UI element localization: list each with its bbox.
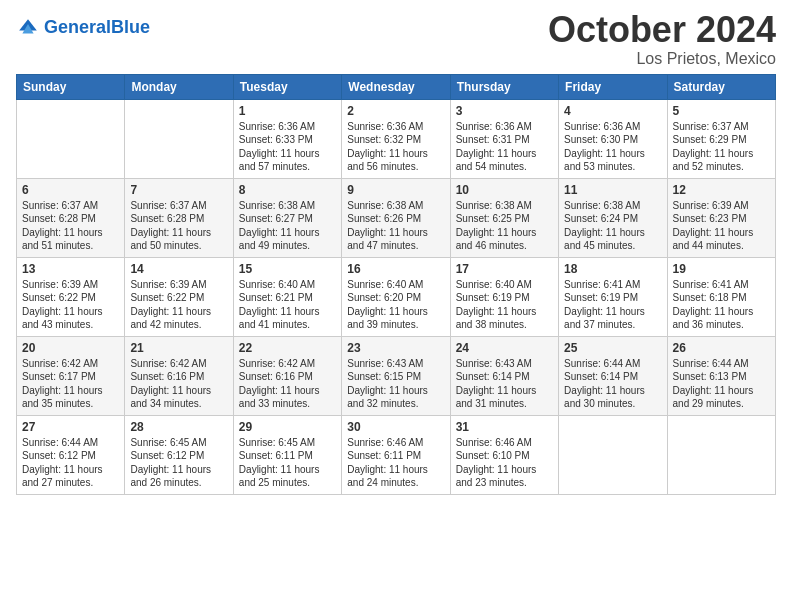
weekday-header-row: SundayMondayTuesdayWednesdayThursdayFrid… xyxy=(17,74,776,99)
day-info: Sunrise: 6:39 AMSunset: 6:22 PMDaylight:… xyxy=(22,278,119,332)
day-number: 18 xyxy=(564,262,661,276)
day-info: Sunrise: 6:45 AMSunset: 6:11 PMDaylight:… xyxy=(239,436,336,490)
calendar-cell: 25Sunrise: 6:44 AMSunset: 6:14 PMDayligh… xyxy=(559,336,667,415)
day-info: Sunrise: 6:44 AMSunset: 6:14 PMDaylight:… xyxy=(564,357,661,411)
calendar-cell: 13Sunrise: 6:39 AMSunset: 6:22 PMDayligh… xyxy=(17,257,125,336)
day-info: Sunrise: 6:41 AMSunset: 6:18 PMDaylight:… xyxy=(673,278,770,332)
day-info: Sunrise: 6:44 AMSunset: 6:13 PMDaylight:… xyxy=(673,357,770,411)
day-info: Sunrise: 6:42 AMSunset: 6:16 PMDaylight:… xyxy=(130,357,227,411)
calendar-cell: 17Sunrise: 6:40 AMSunset: 6:19 PMDayligh… xyxy=(450,257,558,336)
calendar-cell: 24Sunrise: 6:43 AMSunset: 6:14 PMDayligh… xyxy=(450,336,558,415)
day-number: 11 xyxy=(564,183,661,197)
day-info: Sunrise: 6:42 AMSunset: 6:16 PMDaylight:… xyxy=(239,357,336,411)
calendar-cell: 22Sunrise: 6:42 AMSunset: 6:16 PMDayligh… xyxy=(233,336,341,415)
week-row-2: 6Sunrise: 6:37 AMSunset: 6:28 PMDaylight… xyxy=(17,178,776,257)
calendar-cell: 4Sunrise: 6:36 AMSunset: 6:30 PMDaylight… xyxy=(559,99,667,178)
calendar-cell: 2Sunrise: 6:36 AMSunset: 6:32 PMDaylight… xyxy=(342,99,450,178)
day-info: Sunrise: 6:41 AMSunset: 6:19 PMDaylight:… xyxy=(564,278,661,332)
day-info: Sunrise: 6:40 AMSunset: 6:20 PMDaylight:… xyxy=(347,278,444,332)
weekday-header-thursday: Thursday xyxy=(450,74,558,99)
day-number: 30 xyxy=(347,420,444,434)
day-number: 17 xyxy=(456,262,553,276)
calendar-cell: 11Sunrise: 6:38 AMSunset: 6:24 PMDayligh… xyxy=(559,178,667,257)
day-number: 19 xyxy=(673,262,770,276)
weekday-header-sunday: Sunday xyxy=(17,74,125,99)
day-number: 6 xyxy=(22,183,119,197)
day-number: 2 xyxy=(347,104,444,118)
day-number: 16 xyxy=(347,262,444,276)
calendar-cell: 10Sunrise: 6:38 AMSunset: 6:25 PMDayligh… xyxy=(450,178,558,257)
week-row-3: 13Sunrise: 6:39 AMSunset: 6:22 PMDayligh… xyxy=(17,257,776,336)
day-number: 24 xyxy=(456,341,553,355)
header: GeneralBlue October 2024 Los Prietos, Me… xyxy=(16,10,776,68)
day-number: 20 xyxy=(22,341,119,355)
day-number: 22 xyxy=(239,341,336,355)
day-number: 12 xyxy=(673,183,770,197)
day-number: 7 xyxy=(130,183,227,197)
calendar-cell: 27Sunrise: 6:44 AMSunset: 6:12 PMDayligh… xyxy=(17,415,125,494)
calendar-cell: 19Sunrise: 6:41 AMSunset: 6:18 PMDayligh… xyxy=(667,257,775,336)
weekday-header-saturday: Saturday xyxy=(667,74,775,99)
day-info: Sunrise: 6:39 AMSunset: 6:22 PMDaylight:… xyxy=(130,278,227,332)
day-number: 29 xyxy=(239,420,336,434)
month-title: October 2024 xyxy=(548,10,776,50)
day-number: 8 xyxy=(239,183,336,197)
day-info: Sunrise: 6:39 AMSunset: 6:23 PMDaylight:… xyxy=(673,199,770,253)
weekday-header-friday: Friday xyxy=(559,74,667,99)
calendar-cell: 28Sunrise: 6:45 AMSunset: 6:12 PMDayligh… xyxy=(125,415,233,494)
calendar-cell: 5Sunrise: 6:37 AMSunset: 6:29 PMDaylight… xyxy=(667,99,775,178)
weekday-header-tuesday: Tuesday xyxy=(233,74,341,99)
day-number: 15 xyxy=(239,262,336,276)
day-info: Sunrise: 6:37 AMSunset: 6:28 PMDaylight:… xyxy=(22,199,119,253)
calendar-cell: 29Sunrise: 6:45 AMSunset: 6:11 PMDayligh… xyxy=(233,415,341,494)
day-info: Sunrise: 6:45 AMSunset: 6:12 PMDaylight:… xyxy=(130,436,227,490)
day-info: Sunrise: 6:38 AMSunset: 6:24 PMDaylight:… xyxy=(564,199,661,253)
day-info: Sunrise: 6:43 AMSunset: 6:15 PMDaylight:… xyxy=(347,357,444,411)
day-number: 31 xyxy=(456,420,553,434)
day-number: 5 xyxy=(673,104,770,118)
calendar-cell: 14Sunrise: 6:39 AMSunset: 6:22 PMDayligh… xyxy=(125,257,233,336)
calendar-cell: 16Sunrise: 6:40 AMSunset: 6:20 PMDayligh… xyxy=(342,257,450,336)
logo: GeneralBlue xyxy=(16,16,150,40)
day-number: 26 xyxy=(673,341,770,355)
calendar: SundayMondayTuesdayWednesdayThursdayFrid… xyxy=(16,74,776,495)
location-subtitle: Los Prietos, Mexico xyxy=(548,50,776,68)
logo-text: GeneralBlue xyxy=(44,18,150,38)
calendar-cell: 12Sunrise: 6:39 AMSunset: 6:23 PMDayligh… xyxy=(667,178,775,257)
day-info: Sunrise: 6:36 AMSunset: 6:31 PMDaylight:… xyxy=(456,120,553,174)
calendar-cell: 6Sunrise: 6:37 AMSunset: 6:28 PMDaylight… xyxy=(17,178,125,257)
day-info: Sunrise: 6:38 AMSunset: 6:26 PMDaylight:… xyxy=(347,199,444,253)
day-info: Sunrise: 6:37 AMSunset: 6:29 PMDaylight:… xyxy=(673,120,770,174)
day-info: Sunrise: 6:38 AMSunset: 6:25 PMDaylight:… xyxy=(456,199,553,253)
day-number: 21 xyxy=(130,341,227,355)
day-info: Sunrise: 6:36 AMSunset: 6:30 PMDaylight:… xyxy=(564,120,661,174)
calendar-cell: 3Sunrise: 6:36 AMSunset: 6:31 PMDaylight… xyxy=(450,99,558,178)
day-info: Sunrise: 6:40 AMSunset: 6:21 PMDaylight:… xyxy=(239,278,336,332)
calendar-cell: 7Sunrise: 6:37 AMSunset: 6:28 PMDaylight… xyxy=(125,178,233,257)
calendar-cell: 30Sunrise: 6:46 AMSunset: 6:11 PMDayligh… xyxy=(342,415,450,494)
calendar-cell: 31Sunrise: 6:46 AMSunset: 6:10 PMDayligh… xyxy=(450,415,558,494)
week-row-1: 1Sunrise: 6:36 AMSunset: 6:33 PMDaylight… xyxy=(17,99,776,178)
calendar-cell: 18Sunrise: 6:41 AMSunset: 6:19 PMDayligh… xyxy=(559,257,667,336)
day-number: 14 xyxy=(130,262,227,276)
weekday-header-wednesday: Wednesday xyxy=(342,74,450,99)
day-info: Sunrise: 6:36 AMSunset: 6:32 PMDaylight:… xyxy=(347,120,444,174)
day-info: Sunrise: 6:36 AMSunset: 6:33 PMDaylight:… xyxy=(239,120,336,174)
day-number: 27 xyxy=(22,420,119,434)
day-info: Sunrise: 6:43 AMSunset: 6:14 PMDaylight:… xyxy=(456,357,553,411)
calendar-cell: 21Sunrise: 6:42 AMSunset: 6:16 PMDayligh… xyxy=(125,336,233,415)
day-info: Sunrise: 6:37 AMSunset: 6:28 PMDaylight:… xyxy=(130,199,227,253)
day-info: Sunrise: 6:40 AMSunset: 6:19 PMDaylight:… xyxy=(456,278,553,332)
day-info: Sunrise: 6:42 AMSunset: 6:17 PMDaylight:… xyxy=(22,357,119,411)
day-info: Sunrise: 6:46 AMSunset: 6:10 PMDaylight:… xyxy=(456,436,553,490)
day-info: Sunrise: 6:46 AMSunset: 6:11 PMDaylight:… xyxy=(347,436,444,490)
calendar-cell: 26Sunrise: 6:44 AMSunset: 6:13 PMDayligh… xyxy=(667,336,775,415)
calendar-cell xyxy=(559,415,667,494)
week-row-4: 20Sunrise: 6:42 AMSunset: 6:17 PMDayligh… xyxy=(17,336,776,415)
day-number: 28 xyxy=(130,420,227,434)
day-number: 10 xyxy=(456,183,553,197)
day-number: 13 xyxy=(22,262,119,276)
calendar-cell xyxy=(667,415,775,494)
calendar-cell: 1Sunrise: 6:36 AMSunset: 6:33 PMDaylight… xyxy=(233,99,341,178)
calendar-cell: 9Sunrise: 6:38 AMSunset: 6:26 PMDaylight… xyxy=(342,178,450,257)
